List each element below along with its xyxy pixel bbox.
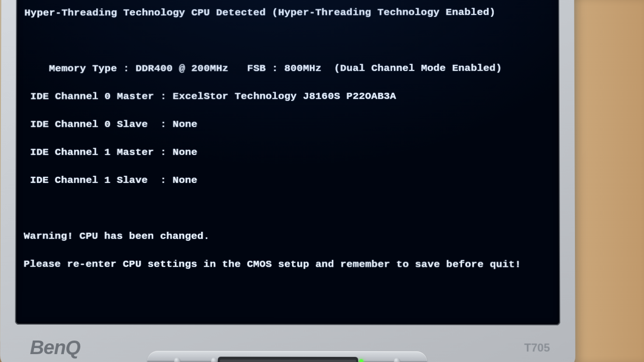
- ide-1-slave: IDE Channel 1 Slave : None: [24, 174, 560, 188]
- screen-area: pentium Supported Hyper-Threading Techno…: [15, 0, 560, 325]
- warning-line-2: Please re-enter CPU settings in the CMOS…: [24, 258, 560, 272]
- monitor-brand-logo: BenQ: [30, 338, 80, 357]
- monitor-stand: [218, 357, 358, 362]
- warning-line-1: Warning! CPU has been changed.: [24, 230, 560, 244]
- cpu-detected-line: Hyper-Threading Technology CPU Detected …: [24, 6, 560, 21]
- ide-0-slave: IDE Channel 0 Slave : None: [24, 118, 560, 132]
- crt-monitor: pentium Supported Hyper-Threading Techno…: [0, 0, 575, 362]
- osd-button[interactable]: [174, 357, 180, 362]
- bios-post-text: Supported Hyper-Threading Technology CPU…: [23, 0, 560, 325]
- ide-1-master: IDE Channel 1 Master : None: [24, 146, 560, 160]
- room-wall: [569, 0, 644, 362]
- ide-0-master: IDE Channel 0 Master : ExcelStor Technol…: [24, 90, 560, 104]
- monitor-model-label: T705: [524, 342, 550, 353]
- memory-line: Memory Type : DDR400 @ 200MHz FSB : 800M…: [24, 62, 560, 76]
- power-button[interactable]: [394, 358, 400, 362]
- osd-button[interactable]: [211, 358, 217, 362]
- power-led-icon: [359, 359, 363, 362]
